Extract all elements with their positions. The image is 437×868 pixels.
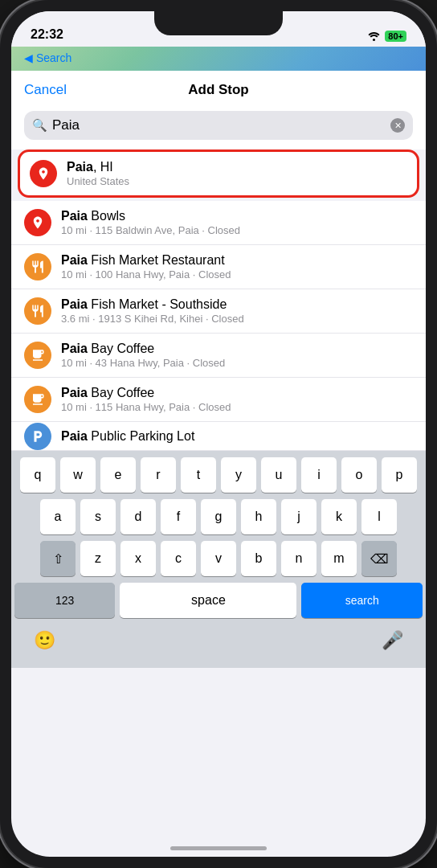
coffee-icon (31, 348, 45, 362)
status-icons: 80+ (367, 31, 406, 42)
keyboard-bottom-bar: 🙂 🎤 (14, 624, 423, 665)
result-title: Paia Fish Market - Southside (61, 297, 413, 312)
search-bar-icon: 🔍 (32, 118, 47, 133)
key-s[interactable]: s (80, 499, 116, 534)
key-search[interactable]: search (301, 583, 423, 618)
result-subtitle: 10 mi · 100 Hana Hwy, Paia · Closed (61, 268, 413, 280)
cancel-button[interactable]: Cancel (24, 82, 67, 98)
key-j[interactable]: j (281, 499, 317, 534)
result-subtitle: 10 mi · 115 Baldwin Ave, Paia · Closed (61, 224, 413, 236)
result-title: Paia Public Parking Lot (61, 429, 413, 444)
modal-header: Cancel Add Stop (11, 71, 426, 106)
notch (154, 11, 283, 35)
result-text: Paia Bowls 10 mi · 115 Baldwin Ave, Paia… (61, 209, 413, 236)
modal-title: Add Stop (188, 82, 249, 98)
keyboard-row-3: ⇧ z x c v b n m ⌫ (14, 541, 423, 576)
pin-icon (36, 166, 51, 181)
key-d[interactable]: d (120, 499, 156, 534)
result-text: Paia Fish Market - Southside 3.6 mi · 19… (61, 297, 413, 325)
key-p[interactable]: p (382, 457, 417, 493)
results-list: Paia, HI United States Paia Bowls 10 mi … (11, 149, 426, 451)
result-item-paia-fish-southside[interactable]: Paia Fish Market - Southside 3.6 mi · 19… (11, 289, 426, 334)
key-u[interactable]: u (261, 457, 296, 493)
key-v[interactable]: v (201, 541, 236, 576)
result-icon-pin (30, 160, 57, 187)
result-icon-coffee (24, 386, 51, 413)
key-o[interactable]: o (341, 457, 377, 493)
result-text: Paia Public Parking Lot (61, 429, 413, 444)
result-title: Paia Bay Coffee (61, 342, 413, 356)
battery-badge: 80+ (385, 31, 406, 42)
mic-icon[interactable]: 🎤 (382, 630, 403, 651)
emoji-icon[interactable]: 🙂 (34, 630, 55, 651)
result-icon-fork (24, 253, 51, 280)
result-icon-pin (24, 209, 51, 236)
result-title: Paia Bowls (61, 209, 413, 223)
key-x[interactable]: x (120, 541, 156, 576)
result-subtitle: United States (67, 175, 407, 187)
result-text: Paia, HI United States (67, 160, 407, 187)
keyboard-row-1: q w e r t y u i o p (14, 457, 423, 493)
result-item-paia-hi[interactable]: Paia, HI United States (18, 149, 419, 198)
result-icon-coffee (24, 342, 51, 369)
result-text: Paia Bay Coffee 10 mi · 43 Hana Hwy, Pai… (61, 342, 413, 369)
key-z[interactable]: z (80, 541, 116, 576)
keyboard-row-2: a s d f g h j k l (14, 499, 423, 534)
fork-icon (31, 304, 45, 318)
result-title: Paia Bay Coffee (61, 386, 413, 400)
coffee-icon (31, 392, 45, 407)
fork-icon (31, 260, 45, 274)
home-indicator (170, 846, 267, 850)
phone-frame: 22:32 80+ ◀ Search Cancel Add Sto (0, 0, 437, 868)
key-y[interactable]: y (221, 457, 256, 493)
key-k[interactable]: k (321, 499, 357, 534)
pin-icon (31, 215, 45, 230)
key-a[interactable]: a (40, 499, 76, 534)
key-t[interactable]: t (181, 457, 216, 493)
key-space[interactable]: space (120, 583, 296, 618)
search-input[interactable] (52, 117, 386, 133)
result-title: Paia Fish Market Restaurant (61, 253, 413, 268)
search-bar-container: 🔍 ✕ (11, 106, 426, 146)
keyboard-row-4: 123 space search (14, 583, 423, 618)
result-text: Paia Fish Market Restaurant 10 mi · 100 … (61, 253, 413, 280)
map-peek: ◀ Search (11, 47, 426, 71)
wifi-icon (367, 31, 381, 41)
status-time: 22:32 (31, 27, 63, 42)
modal-sheet: Cancel Add Stop 🔍 ✕ (11, 71, 426, 668)
key-h[interactable]: h (241, 499, 276, 534)
key-n[interactable]: n (281, 541, 317, 576)
key-backspace[interactable]: ⌫ (361, 541, 397, 576)
result-item-paia-bay-coffee-1[interactable]: Paia Bay Coffee 10 mi · 43 Hana Hwy, Pai… (11, 334, 426, 378)
key-l[interactable]: l (361, 499, 397, 534)
result-icon-parking (24, 423, 51, 450)
key-numbers[interactable]: 123 (14, 583, 115, 618)
svg-point-0 (373, 39, 375, 41)
key-m[interactable]: m (321, 541, 357, 576)
result-item-paia-bowls[interactable]: Paia Bowls 10 mi · 115 Baldwin Ave, Paia… (11, 201, 426, 245)
key-f[interactable]: f (161, 499, 196, 534)
map-back-button[interactable]: ◀ Search (24, 51, 71, 64)
result-subtitle: 10 mi · 43 Hana Hwy, Paia · Closed (61, 357, 413, 369)
keyboard: q w e r t y u i o p a s d f g (11, 451, 426, 668)
result-item-paia-fish-market[interactable]: Paia Fish Market Restaurant 10 mi · 100 … (11, 245, 426, 289)
key-e[interactable]: e (100, 457, 136, 493)
phone-screen: 22:32 80+ ◀ Search Cancel Add Sto (11, 11, 426, 857)
result-item-paia-bay-coffee-2[interactable]: Paia Bay Coffee 10 mi · 115 Hana Hwy, Pa… (11, 378, 426, 422)
key-q[interactable]: q (20, 457, 55, 493)
result-item-paia-parking[interactable]: Paia Public Parking Lot (11, 422, 426, 451)
result-text: Paia Bay Coffee 10 mi · 115 Hana Hwy, Pa… (61, 386, 413, 413)
parking-icon (31, 429, 45, 444)
key-g[interactable]: g (201, 499, 236, 534)
key-b[interactable]: b (241, 541, 276, 576)
key-i[interactable]: i (301, 457, 337, 493)
result-subtitle: 3.6 mi · 1913 S Kihei Rd, Kihei · Closed (61, 313, 413, 325)
key-r[interactable]: r (141, 457, 176, 493)
key-shift[interactable]: ⇧ (40, 541, 76, 576)
result-title: Paia, HI (67, 160, 407, 174)
result-subtitle: 10 mi · 115 Hana Hwy, Paia · Closed (61, 401, 413, 413)
key-w[interactable]: w (60, 457, 96, 493)
search-bar: 🔍 ✕ (24, 111, 413, 140)
search-clear-button[interactable]: ✕ (390, 118, 405, 133)
key-c[interactable]: c (161, 541, 196, 576)
